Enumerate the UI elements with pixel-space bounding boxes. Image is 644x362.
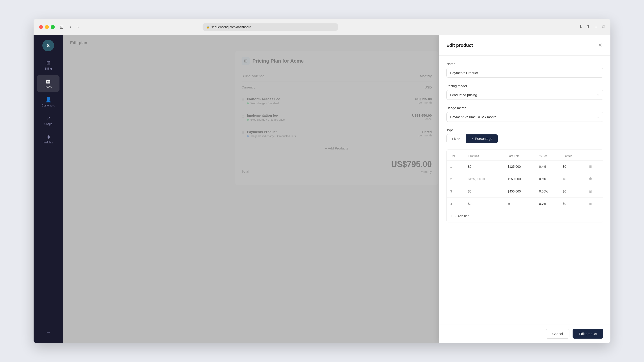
type-fixed-btn[interactable]: Fixed: [446, 134, 466, 143]
usage-icon: ↗: [46, 115, 50, 121]
sidebar-toggle-btn[interactable]: ⊡: [58, 23, 65, 31]
sidebar-item-billing[interactable]: ⊞ Billing: [37, 57, 60, 73]
type-group: Type Fixed Percentage: [446, 128, 603, 143]
pricing-model-group: Pricing model Graduated pricing Flat pri…: [446, 84, 603, 100]
url-text: sequencehq.com/dashboard: [211, 25, 251, 29]
insights-icon: ◈: [46, 134, 50, 140]
add-tier-btn[interactable]: ＋ + Add tier: [446, 210, 603, 222]
table-row: 3 $0 $450,000 0.55% $0 🗑: [446, 185, 603, 198]
tier-1: 1: [446, 160, 466, 173]
tier-2: 2: [446, 173, 466, 185]
table-row: 1 $0 $125,000 0.4% $0 🗑: [446, 160, 603, 173]
flat-fee-1: $0: [561, 160, 586, 173]
col-last-unit: Last unit: [506, 151, 538, 160]
last-unit-3: $450,000: [506, 185, 538, 198]
share-icon[interactable]: ⬆: [586, 24, 590, 30]
tier-4: 4: [446, 198, 466, 210]
name-input[interactable]: [446, 68, 603, 78]
fee-4: 0.7%: [538, 198, 561, 210]
lock-icon: 🔒: [206, 25, 210, 28]
delete-tier-3-btn[interactable]: 🗑: [588, 188, 593, 194]
last-unit-1: $125,000: [506, 160, 538, 173]
action-4: 🗑: [586, 198, 603, 210]
customers-icon: 👤: [45, 97, 52, 103]
sidebar-label-usage: Usage: [44, 122, 52, 126]
usage-metric-group: Usage metric Payment Volume SUM / month: [446, 106, 603, 122]
cancel-btn[interactable]: Cancel: [546, 329, 570, 339]
panel-body: Name Pricing model Graduated pricing Fla…: [439, 56, 610, 324]
edit-product-panel: Edit product ✕ Name Pricing model Gradua…: [439, 35, 610, 343]
type-selector: Fixed Percentage: [446, 134, 498, 143]
flat-fee-3: $0: [561, 185, 586, 198]
sidebar-label-insights: Insights: [44, 141, 53, 144]
col-tier: Tier: [446, 151, 466, 160]
maximize-traffic-light[interactable]: [51, 25, 55, 29]
add-tier-plus-icon: ＋: [450, 214, 453, 218]
first-unit-3: $0: [466, 185, 506, 198]
col-actions: [586, 151, 603, 160]
sidebar-item-usage[interactable]: ↗ Usage: [37, 112, 60, 129]
traffic-lights: [39, 25, 55, 29]
col-first-unit: First unit: [466, 151, 506, 160]
first-unit-4: $0: [466, 198, 506, 210]
panel-header: Edit product ✕: [439, 35, 610, 56]
logout-btn[interactable]: →: [42, 327, 54, 339]
delete-tier-4-btn[interactable]: 🗑: [588, 201, 593, 207]
type-label: Type: [446, 128, 603, 132]
first-unit-1: $0: [466, 160, 506, 173]
table-row: 4 $0 ∞ 0.7% $0 🗑: [446, 198, 603, 210]
sidebar-label-billing: Billing: [44, 67, 52, 70]
avatar: S: [42, 40, 54, 51]
col-fee: % Fee: [538, 151, 561, 160]
name-field-group: Name: [446, 62, 603, 78]
forward-btn[interactable]: ›: [76, 23, 80, 31]
sidebar-label-customers: Customers: [42, 104, 55, 107]
last-unit-2: $250,000: [506, 173, 538, 185]
type-percentage-btn[interactable]: Percentage: [466, 134, 498, 143]
tier-table: Tier First unit Last unit % Fee Flat fee: [446, 151, 603, 210]
usage-metric-label: Usage metric: [446, 106, 603, 110]
flat-fee-2: $0: [561, 173, 586, 185]
usage-metric-select[interactable]: Payment Volume SUM / month: [446, 112, 603, 122]
browser-chrome: ⊡ ‹ › 🔒 sequencehq.com/dashboard ⬇ ⬆ ＋ ⧉: [34, 19, 610, 35]
plans-icon: ▦: [46, 78, 51, 84]
delete-tier-1-btn[interactable]: 🗑: [588, 164, 593, 170]
sidebar-item-customers[interactable]: 👤 Customers: [37, 94, 60, 110]
fee-1: 0.4%: [538, 160, 561, 173]
new-tab-icon[interactable]: ＋: [594, 24, 598, 30]
close-panel-btn[interactable]: ✕: [597, 41, 603, 49]
table-row: 2 $125,000.01 $250,000 0.5% $0 🗑: [446, 173, 603, 185]
action-2: 🗑: [586, 173, 603, 185]
pricing-model-label: Pricing model: [446, 84, 603, 88]
action-3: 🗑: [586, 185, 603, 198]
sidebar-item-insights[interactable]: ◈ Insights: [37, 131, 60, 147]
tier-3: 3: [446, 185, 466, 198]
pricing-model-select[interactable]: Graduated pricing Flat pricing Package p…: [446, 90, 603, 100]
fee-2: 0.5%: [538, 173, 561, 185]
first-unit-2: $125,000.01: [466, 173, 506, 185]
edit-product-btn[interactable]: Edit product: [572, 329, 603, 339]
minimize-traffic-light[interactable]: [45, 25, 49, 29]
copy-icon[interactable]: ⧉: [602, 24, 605, 30]
name-label: Name: [446, 62, 603, 66]
content-area: Edit plan ⊞ Pricing Plan for Acme Billin…: [63, 35, 610, 343]
browser-actions: ⬇ ⬆ ＋ ⧉: [579, 24, 605, 30]
sidebar: S ⊞ Billing ▦ Plans 👤 Customers ↗ Usage …: [34, 35, 63, 343]
action-1: 🗑: [586, 160, 603, 173]
panel-title: Edit product: [446, 43, 473, 48]
panel-footer: Cancel Edit product: [439, 324, 610, 343]
url-bar[interactable]: 🔒 sequencehq.com/dashboard: [202, 23, 338, 31]
fee-3: 0.55%: [538, 185, 561, 198]
download-icon[interactable]: ⬇: [579, 24, 583, 30]
col-flat-fee: Flat fee: [561, 151, 586, 160]
tier-table-container: Tier First unit Last unit % Fee Flat fee: [446, 149, 603, 222]
sidebar-item-plans[interactable]: ▦ Plans: [37, 75, 60, 92]
flat-fee-4: $0: [561, 198, 586, 210]
back-btn[interactable]: ‹: [68, 23, 72, 31]
billing-icon: ⊞: [46, 60, 50, 66]
sidebar-label-plans: Plans: [45, 85, 52, 89]
delete-tier-2-btn[interactable]: 🗑: [588, 176, 593, 182]
close-traffic-light[interactable]: [39, 25, 43, 29]
last-unit-4: ∞: [506, 198, 538, 210]
